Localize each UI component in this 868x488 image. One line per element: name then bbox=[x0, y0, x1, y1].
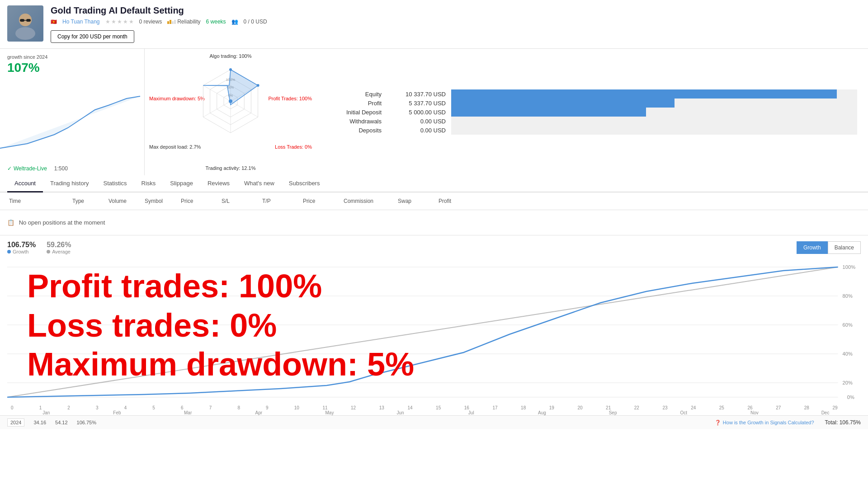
tab-statistics[interactable]: Statistics bbox=[96, 175, 134, 192]
x-axis-numbers: 0123456789101112131415161718192021222324… bbox=[7, 404, 861, 410]
year-label: 2024 bbox=[7, 418, 24, 427]
tabs-container[interactable]: AccountTrading historyStatisticsRisksSli… bbox=[7, 175, 327, 192]
avg-stat: 59.26% Average bbox=[47, 241, 71, 254]
x-num-5: 5 bbox=[152, 405, 181, 410]
x-num-17: 17 bbox=[492, 405, 521, 410]
equity-value: 0.00 USD bbox=[387, 118, 446, 125]
svg-point-17 bbox=[229, 99, 232, 103]
equity-bar-wrap bbox=[451, 117, 857, 126]
x-num-7: 7 bbox=[209, 405, 238, 410]
x-num-15: 15 bbox=[436, 405, 464, 410]
meta-row: 🇻🇳 Ho Tuan Thang ★★★★★ 0 reviews Reliabi… bbox=[51, 19, 861, 25]
equity-row: Deposits 0.00 USD bbox=[327, 126, 857, 135]
chart-controls: 106.75% Growth 59.26% Average Growth Bal… bbox=[7, 235, 861, 260]
svg-text:20%: 20% bbox=[843, 380, 853, 385]
rel-bar-4 bbox=[174, 20, 176, 24]
x-num-23: 23 bbox=[662, 405, 691, 410]
copy-button[interactable]: Copy for 200 USD per month bbox=[51, 30, 134, 43]
equity-label: Initial Deposit bbox=[327, 109, 382, 116]
equity-value: 0.00 USD bbox=[387, 127, 446, 134]
top-stats: growth since 2024 107% ✓ Weltrade-Live 1… bbox=[0, 49, 868, 175]
loss-trades-label: Loss Trades: 0% bbox=[275, 144, 312, 150]
chart-section: Profit trades: 100% Loss trades: 0% Maxi… bbox=[0, 235, 868, 415]
reliability-section: Reliability bbox=[167, 19, 200, 25]
tab-trading-history[interactable]: Trading history bbox=[43, 175, 96, 192]
x-num-27: 27 bbox=[776, 405, 804, 410]
equity-label: Profit bbox=[327, 100, 382, 107]
tab-subscribers[interactable]: Subscribers bbox=[282, 175, 327, 192]
data-point-1: 34.16 bbox=[33, 420, 46, 425]
chart-svg: 100% 80% 60% 40% 20% 0% bbox=[7, 260, 861, 404]
svg-text:80%: 80% bbox=[843, 293, 853, 299]
tabs-bar: AccountTrading historyStatisticsRisksSli… bbox=[0, 175, 868, 192]
tab-reviews[interactable]: Reviews bbox=[200, 175, 237, 192]
svg-rect-3 bbox=[20, 19, 24, 22]
x-num-1: 1 bbox=[39, 405, 68, 410]
subscribers-count: 0 / 0 USD bbox=[244, 19, 267, 25]
trading-activity-label: Trading activity: 12.1% bbox=[206, 165, 256, 171]
x-num-13: 13 bbox=[379, 405, 408, 410]
svg-text:60%: 60% bbox=[843, 322, 853, 328]
x-num-24: 24 bbox=[691, 405, 719, 410]
toggle-balance-btn[interactable]: Balance bbox=[828, 241, 861, 254]
th-type: Type bbox=[71, 196, 107, 206]
month-feb: Feb bbox=[82, 410, 153, 415]
flag-icon: 🇻🇳 bbox=[51, 19, 57, 25]
month-jun: Jun bbox=[365, 410, 436, 415]
x-num-2: 2 bbox=[67, 405, 96, 410]
x-num-29: 29 bbox=[832, 405, 861, 410]
page-header: Gold Trading AI Default Setting 🇻🇳 Ho Tu… bbox=[0, 0, 868, 49]
tab-slippage[interactable]: Slippage bbox=[163, 175, 200, 192]
year-data-row: 2024 34.16 54.12 106.75% bbox=[7, 418, 96, 427]
equity-bar-wrap bbox=[451, 108, 857, 117]
equity-label: Deposits bbox=[327, 127, 382, 134]
data-point-2: 54.12 bbox=[55, 420, 68, 425]
chart-toggle[interactable]: Growth Balance bbox=[797, 241, 861, 254]
help-link[interactable]: ❓ How is the Growth in Signals Calculate… bbox=[715, 420, 814, 426]
radar-section: Algo trading: 100% Profit Trades: 100% L… bbox=[145, 49, 316, 175]
equity-bar-wrap bbox=[451, 89, 857, 99]
x-num-21: 21 bbox=[606, 405, 634, 410]
header-info: Gold Trading AI Default Setting 🇻🇳 Ho Tu… bbox=[51, 5, 861, 43]
rel-bar-2 bbox=[170, 20, 171, 24]
tab-account[interactable]: Account bbox=[7, 175, 43, 192]
th-symbol: Symbol bbox=[143, 196, 179, 206]
footer-right: ❓ How is the Growth in Signals Calculate… bbox=[715, 419, 861, 426]
algo-trading-label: Algo trading: 100% bbox=[210, 53, 252, 59]
avg-stat-val: 59.26% bbox=[47, 241, 71, 249]
broker-name: ✓ Weltrade-Live bbox=[7, 165, 47, 172]
equity-bar-wrap bbox=[451, 99, 857, 108]
x-num-11: 11 bbox=[322, 405, 351, 410]
equity-row: Withdrawals 0.00 USD bbox=[327, 117, 857, 126]
subscribers-icon: 👥 bbox=[231, 19, 238, 25]
growth-mini-section: growth since 2024 107% ✓ Weltrade-Live 1… bbox=[0, 49, 145, 175]
main-chart: 100% 80% 60% 40% 20% 0% bbox=[7, 260, 861, 404]
x-num-25: 25 bbox=[719, 405, 748, 410]
toggle-growth-btn[interactable]: Growth bbox=[797, 241, 828, 254]
equity-value: 5 337.70 USD bbox=[387, 100, 446, 107]
x-num-14: 14 bbox=[407, 405, 436, 410]
equity-label: Withdrawals bbox=[327, 118, 382, 125]
growth-since-label: growth since 2024 bbox=[7, 54, 137, 60]
x-num-10: 10 bbox=[294, 405, 323, 410]
svg-point-1 bbox=[15, 27, 35, 40]
leverage: 1:500 bbox=[54, 165, 68, 172]
svg-text:100%: 100% bbox=[843, 264, 856, 270]
th-swap: Swap bbox=[396, 196, 437, 206]
x-num-6: 6 bbox=[181, 405, 209, 410]
equity-row: Initial Deposit 5 000.00 USD bbox=[327, 108, 857, 117]
max-deposit-label: Max deposit load: 2.7% bbox=[149, 144, 201, 150]
month-mar: Mar bbox=[152, 410, 223, 415]
equity-bar bbox=[451, 99, 675, 108]
growth-stat-lbl: Growth bbox=[7, 249, 36, 254]
month-jan: Jan bbox=[11, 410, 82, 415]
equity-row: Profit 5 337.70 USD bbox=[327, 99, 857, 108]
reliability-label: Reliability bbox=[177, 19, 200, 25]
open-positions-message: 📋 No open positions at the moment bbox=[0, 210, 868, 235]
tab-risks[interactable]: Risks bbox=[134, 175, 163, 192]
avg-stat-lbl: Average bbox=[47, 249, 71, 254]
tab-what's-new[interactable]: What's new bbox=[237, 175, 282, 192]
svg-text:0%: 0% bbox=[847, 394, 854, 400]
growth-dot bbox=[7, 250, 11, 253]
month-apr: Apr bbox=[223, 410, 294, 415]
